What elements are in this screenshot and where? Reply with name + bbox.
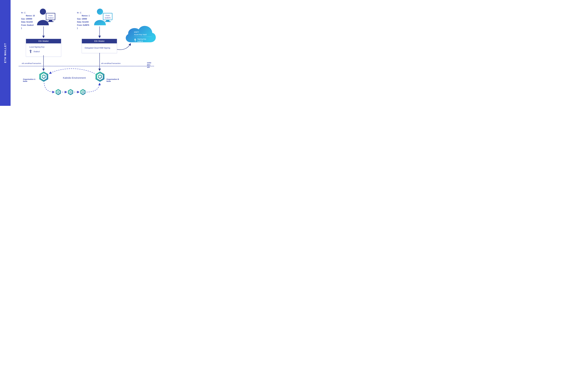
wallet-b-title: Eth Wallet: [82, 39, 117, 43]
org-a-label: Organization A Node: [23, 78, 35, 82]
diagram-root: ETH WALLET tx : { Nonce: 15 Gas: 100000 …: [0, 0, 162, 106]
tx-a-from: From: 0xabcd: [21, 24, 33, 26]
send-a-label: eth.sendRawTransaction: [22, 62, 41, 64]
env-label: Kaleido Environment: [63, 76, 86, 79]
tx-b-open: tx : {: [77, 12, 81, 14]
cloud-t1: MSFT: [134, 31, 152, 33]
svg-point-8: [135, 39, 135, 40]
cloud-t2: Azure Key Vault: [134, 33, 152, 36]
svg-rect-11: [135, 41, 136, 41]
screen-b-l2: 0x9876: [105, 17, 111, 19]
screen-a: From 0xabcd: [46, 13, 55, 20]
api-labels: web3 RPC API: [147, 62, 151, 69]
svg-point-3: [30, 50, 31, 51]
org-b-label: Organization B Node: [106, 78, 119, 82]
hex-small-2: [68, 89, 74, 96]
tx-a-close: }: [21, 27, 22, 29]
tx-b-from: From: 0x9876: [77, 24, 89, 26]
tx-a-data: Data: 0x1234: [21, 21, 33, 23]
canvas: tx : { Nonce: 15 Gas: 100000 Data: 0x123…: [11, 0, 162, 106]
hex-small-1: [55, 89, 61, 96]
svg-point-1: [97, 9, 103, 15]
hex-org-a: [39, 71, 49, 83]
api-boundary-line: [19, 66, 154, 66]
screen-a-l1: From: [48, 14, 53, 17]
tx-b-close: }: [77, 27, 78, 29]
wallet-a-keyval: 0xabcd: [33, 50, 40, 53]
svg-point-0: [40, 9, 46, 15]
org-b-l1: Organization B: [106, 78, 119, 80]
org-b-l2: Node: [106, 80, 119, 82]
svg-rect-5: [30, 52, 31, 52]
cloud-key-val: 0x9876: [137, 40, 146, 43]
tx-b-data: Data: 0x1234: [77, 21, 89, 23]
api-l3: API: [147, 66, 151, 69]
tx-b-nonce: Nonce: 1: [77, 14, 90, 17]
wallet-a-title: Eth Wallet: [26, 39, 61, 43]
wallet-b: Eth Wallet Delegated Cloud HSM Signing: [82, 39, 117, 53]
tx-a-code: tx : { Nonce: 15 Gas: 100000 Data: 0x123…: [21, 11, 35, 30]
screen-b: From 0x9876: [103, 13, 112, 20]
tx-b-gas: Gas: 10000: [77, 18, 87, 20]
wallet-b-body: Delegated Cloud HSM Signing: [85, 47, 114, 49]
sidebar: ETH WALLET: [0, 0, 11, 106]
wallet-a: Eth Wallet Local Signing Key: 0xabcd: [26, 39, 61, 57]
cloud-key-label: Signing Key: [137, 38, 146, 40]
hex-small-3: [80, 89, 86, 96]
send-b-label: eth.sendRawTransaction: [101, 62, 121, 64]
org-a-l1: Organization A: [23, 78, 35, 80]
svg-rect-10: [135, 41, 136, 41]
screen-b-l1: From: [105, 14, 111, 17]
sidebar-title: ETH WALLET: [4, 43, 7, 63]
org-a-l2: Node: [23, 80, 35, 82]
key-icon: [134, 39, 136, 42]
key-icon: [29, 50, 32, 53]
api-l2: RPC: [147, 64, 151, 66]
screen-a-l2: 0xabcd: [48, 17, 53, 19]
wallet-a-body: Local Signing Key:: [29, 46, 58, 48]
api-l1: web3: [147, 62, 151, 64]
cloud-divider: [134, 37, 152, 37]
tx-a-open: tx : {: [21, 12, 25, 14]
tx-b-code: tx : { Nonce: 1 Gas: 10000 Data: 0x1234 …: [77, 11, 90, 30]
cloud-azure: MSFT Azure Key Vault Signing Key 0x9876: [123, 22, 157, 46]
hex-org-b: [95, 71, 105, 83]
svg-rect-6: [30, 53, 31, 53]
tx-a-gas: Gas: 100000: [21, 18, 32, 20]
tx-a-nonce: Nonce: 15: [21, 14, 35, 17]
